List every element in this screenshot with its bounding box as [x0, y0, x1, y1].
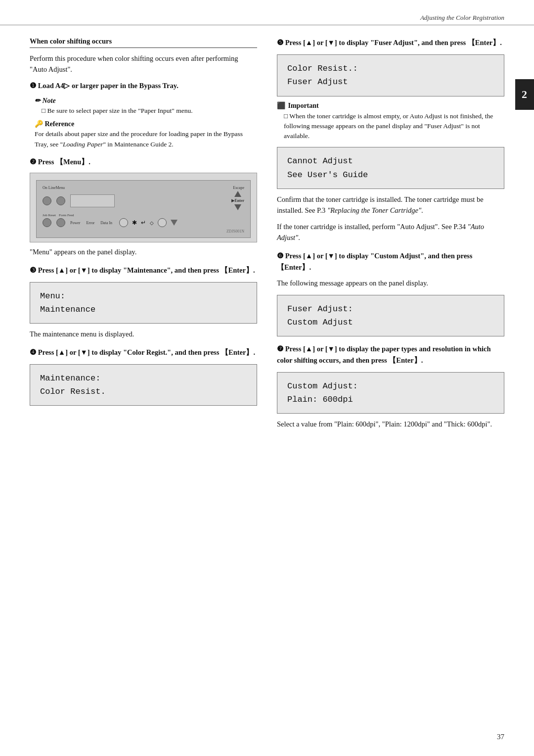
label-formfeed: Form Feed	[59, 213, 74, 217]
display-screen	[70, 194, 115, 207]
step5-text: ❺ Press [▲] or [▼] to display "Fuser Adj…	[277, 37, 504, 48]
intro-text: Perform this procedure when color shifti…	[30, 53, 257, 75]
step1-reference: 🔑 Reference For details about paper size…	[35, 120, 257, 149]
btn-online	[43, 196, 51, 205]
printer-watermark: ZDJS001N	[43, 229, 244, 234]
icon-star: ✱	[132, 219, 137, 227]
display-fuser: Color Resist.: Fuser Adjust	[277, 54, 504, 96]
step7-text: ❼ Press [▲] or [▼] to display the paper …	[277, 343, 504, 366]
step6-text: ❻ Press [▲] or [▼] to display "Custom Ad…	[277, 250, 504, 273]
display-plain600: Custom Adjust: Plain: 600dpi	[277, 372, 504, 414]
step7-num: ❼	[277, 345, 283, 353]
step4-label: Press [▲] or [▼] to display "Color Regis…	[38, 348, 255, 356]
step6-num: ❻	[277, 252, 283, 260]
display-customadjust: Fuser Adjust: Custom Adjust	[277, 295, 504, 336]
label-menu: Menu	[55, 186, 65, 190]
important-text: When the toner cartridge is almost empty…	[284, 111, 504, 142]
btn-power	[119, 218, 128, 227]
step4-text: ❹ Press [▲] or [▼] to display "Color Reg…	[30, 347, 257, 358]
if-text: If the toner cartridge is installed, per…	[277, 221, 504, 243]
label-escape: Escape	[233, 186, 244, 190]
label-datain: Data In	[100, 221, 112, 225]
step3-label: Press [▲] or [▼] to display "Maintenance…	[38, 266, 255, 274]
step3-caption: The maintenance menu is displayed.	[30, 329, 257, 339]
label-jobreset: Job Reset	[43, 213, 56, 217]
step5-label: Press [▲] or [▼] to display "Fuser Adjus…	[285, 39, 502, 47]
step2-caption: "Menu" appears on the panel display.	[30, 246, 257, 257]
step7-label: Press [▲] or [▼] to display the paper ty…	[277, 345, 491, 364]
step3-num: ❸	[30, 266, 36, 274]
btn-indicator1	[158, 218, 167, 227]
label-error: Error	[86, 221, 94, 225]
content-area: When color shifting occurs Perform this …	[0, 25, 534, 457]
step2-num: ❷	[30, 158, 36, 166]
step6-label: Press [▲] or [▼] to display "Custom Adju…	[277, 252, 472, 271]
page-number: 37	[497, 733, 504, 741]
step1-note: ✏ Note Be sure to select paper size in t…	[35, 96, 257, 116]
chapter-tab: 2	[515, 79, 534, 110]
ref-text: For details about paper size and the pro…	[35, 129, 257, 149]
display-colorresist: Maintenance: Color Resist.	[30, 364, 257, 406]
step6-caption: The following message appears on the pan…	[277, 278, 504, 288]
btn-formfeed	[56, 218, 65, 227]
btn-up	[234, 191, 241, 197]
step2-label: Press 【Menu】.	[38, 158, 90, 166]
section-heading: When color shifting occurs	[30, 37, 257, 48]
btn-down	[234, 204, 241, 210]
display-maintenance: Menu: Maintenance	[30, 282, 257, 324]
right-column: ❺ Press [▲] or [▼] to display "Fuser Adj…	[277, 37, 504, 437]
step-3: ❸ Press [▲] or [▼] to display "Maintenan…	[30, 265, 257, 340]
btn-menu	[56, 196, 65, 205]
step-2: ❷ Press 【Menu】. On Line Menu Escape	[30, 156, 257, 258]
step1-num: ❶	[30, 82, 36, 90]
step5-num: ❺	[277, 39, 283, 47]
ref-title: 🔑 Reference	[35, 120, 257, 128]
step-1: ❶ Load A4▷ or larger paper in the Bypass…	[30, 80, 257, 149]
printer-panel: On Line Menu Escape	[30, 173, 257, 242]
step3-text: ❸ Press [▲] or [▼] to display "Maintenan…	[30, 265, 257, 276]
display-cannot: Cannot Adjust See User's Guide	[277, 147, 504, 189]
step-7: ❼ Press [▲] or [▼] to display the paper …	[277, 343, 504, 430]
step1-text: ❶ Load A4▷ or larger paper in the Bypass…	[30, 80, 257, 92]
important-title: ⬛ Important	[277, 101, 504, 110]
printer-panel-inner: On Line Menu Escape	[36, 180, 251, 238]
important-cb	[284, 112, 289, 120]
icon-diamond: ◇	[150, 220, 154, 226]
step1-bold: Load A4▷ or larger paper in the Bypass T…	[38, 82, 178, 90]
step-6: ❻ Press [▲] or [▼] to display "Custom Ad…	[277, 250, 504, 337]
left-column: When color shifting occurs Perform this …	[30, 37, 257, 437]
icon-arrow: ↵	[141, 219, 146, 227]
label-online: On Line	[43, 186, 55, 190]
note-text: Be sure to select paper size in the "Pap…	[42, 106, 257, 116]
btn-jobreset	[43, 218, 51, 227]
page-header: Adjusting the Color Registration	[0, 0, 534, 25]
important-icon: ⬛	[277, 102, 285, 109]
label-power: Power	[70, 221, 80, 225]
step4-num: ❹	[30, 348, 36, 356]
confirm-text: Confirm that the toner cartridge is inst…	[277, 194, 504, 216]
note-title: ✏ Note	[35, 96, 257, 105]
note-cb	[42, 107, 47, 114]
btn-down2	[171, 220, 178, 226]
step7-select-text: Select a value from "Plain: 600dpi", "Pl…	[277, 419, 504, 429]
step-5: ❺ Press [▲] or [▼] to display "Fuser Adj…	[277, 37, 504, 243]
important-label: Important	[288, 102, 319, 109]
step2-text: ❷ Press 【Menu】.	[30, 156, 257, 168]
header-title: Adjusting the Color Registration	[420, 14, 504, 22]
step-4: ❹ Press [▲] or [▼] to display "Color Reg…	[30, 347, 257, 406]
important-block: ⬛ Important When the toner cartridge is …	[277, 101, 504, 142]
